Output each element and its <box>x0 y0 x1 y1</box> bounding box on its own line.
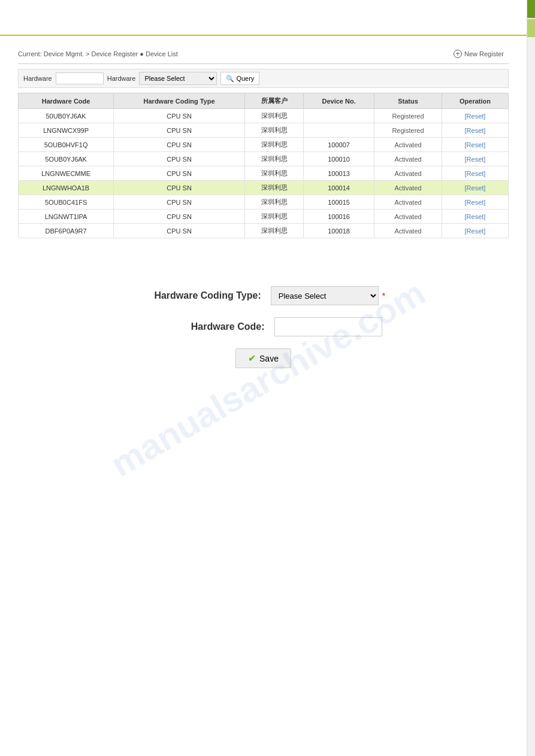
table-row: LNGNWHOA1BCPU SN深圳利思100014Activated[Rese… <box>19 181 509 195</box>
reset-link[interactable]: [Reset] <box>442 152 508 166</box>
coding-type-select[interactable]: Please Select CPU SN MAC HDD SN <box>271 286 379 305</box>
reset-link[interactable]: [Reset] <box>442 109 508 123</box>
customer-cell: 深圳利思 <box>244 224 303 238</box>
hardware-code-cell: LNGNWT1IPA <box>19 210 114 224</box>
hardware-code-row: Hardware Code: <box>145 317 382 336</box>
plus-icon: + <box>454 50 462 58</box>
customer-cell: 深圳利思 <box>244 166 303 181</box>
coding-type-cell: CPU SN <box>114 138 245 152</box>
status-cell: Registered <box>374 123 442 138</box>
device-no-cell: 100016 <box>304 210 374 224</box>
table-row: 5OUB0HVF1QCPU SN深圳利思100007Activated[Rese… <box>19 138 509 152</box>
reset-link-anchor[interactable]: [Reset] <box>465 127 486 134</box>
reset-link[interactable]: [Reset] <box>442 138 508 152</box>
required-indicator: * <box>382 291 385 300</box>
col-device-no: Device No. <box>304 93 374 109</box>
reset-link-anchor[interactable]: [Reset] <box>465 227 486 235</box>
customer-cell: 深圳利思 <box>244 195 303 210</box>
reset-link-anchor[interactable]: [Reset] <box>465 141 486 148</box>
side-nav-item-1[interactable] <box>527 0 535 18</box>
table-row: LNGNWECMMECPU SN深圳利思100013Activated[Rese… <box>19 166 509 181</box>
customer-cell: 深圳利思 <box>244 123 303 138</box>
coding-type-label: Hardware Coding Type: <box>141 290 261 301</box>
coding-type-cell: CPU SN <box>114 181 245 195</box>
device-no-cell: 100010 <box>304 152 374 166</box>
table-body: 50UB0YJ6AKCPU SN深圳利思Registered[Reset]LNG… <box>19 109 509 238</box>
hardware-code-cell: 50UB0YJ6AK <box>19 109 114 123</box>
table-row: LNGNWCX99PCPU SN深圳利思Registered[Reset] <box>19 123 509 138</box>
device-no-cell: 100015 <box>304 195 374 210</box>
status-cell: Activated <box>374 152 442 166</box>
status-cell: Activated <box>374 210 442 224</box>
status-cell: Activated <box>374 138 442 152</box>
save-button-wrapper: ✔ Save <box>235 348 291 368</box>
device-no-cell: 100018 <box>304 224 374 238</box>
hardware-code-label: Hardware Code: <box>145 321 265 332</box>
side-nav <box>527 0 535 380</box>
customer-cell: 深圳利思 <box>244 109 303 123</box>
table-header-row: Hardware Code Hardware Coding Type 所属客户 … <box>19 93 509 109</box>
reset-link-anchor[interactable]: [Reset] <box>465 156 486 163</box>
table-row: 5OUB0YJ6AKCPU SN深圳利思100010Activated[Rese… <box>19 152 509 166</box>
reset-link-anchor[interactable]: [Reset] <box>465 170 486 177</box>
coding-type-cell: CPU SN <box>114 224 245 238</box>
save-label: Save <box>259 354 279 363</box>
coding-type-select-wrapper: Please Select CPU SN MAC HDD SN * <box>271 286 385 305</box>
reset-link[interactable]: [Reset] <box>442 195 508 210</box>
reset-link[interactable]: [Reset] <box>442 181 508 195</box>
hardware-code-cell: 5OUB0C41FS <box>19 195 114 210</box>
coding-type-cell: CPU SN <box>114 166 245 181</box>
table-row: 50UB0YJ6AKCPU SN深圳利思Registered[Reset] <box>19 109 509 123</box>
breadcrumb: Current: Device Mgmt. > Device Register … <box>18 50 178 57</box>
hardware-search-label: Hardware <box>23 75 52 82</box>
table-row: 5OUB0C41FSCPU SN深圳利思100015Activated[Rese… <box>19 195 509 210</box>
reset-link-anchor[interactable]: [Reset] <box>465 184 486 192</box>
coding-type-cell: CPU SN <box>114 123 245 138</box>
reset-link[interactable]: [Reset] <box>442 123 508 138</box>
status-cell: Activated <box>374 195 442 210</box>
reset-link-anchor[interactable]: [Reset] <box>465 113 486 120</box>
hardware-code-cell: LNGNWECMME <box>19 166 114 181</box>
status-cell: Activated <box>374 181 442 195</box>
search-bar: Hardware Hardware Please Select 🔍 Query <box>18 69 509 88</box>
col-customer: 所属客户 <box>244 93 303 109</box>
coding-type-cell: CPU SN <box>114 109 245 123</box>
coding-type-row: Hardware Coding Type: Please Select CPU … <box>141 286 385 305</box>
hardware-select[interactable]: Please Select <box>139 72 217 85</box>
query-button[interactable]: 🔍 Query <box>220 72 259 85</box>
hardware-select-label: Hardware <box>107 75 136 82</box>
reset-link-anchor[interactable]: [Reset] <box>465 199 486 206</box>
reset-link-anchor[interactable]: [Reset] <box>465 213 486 220</box>
reset-link[interactable]: [Reset] <box>442 166 508 181</box>
hardware-search-input[interactable] <box>56 72 104 84</box>
device-no-cell: 100013 <box>304 166 374 181</box>
table-row: DBF6P0A9R7CPU SN深圳利思100018Activated[Rese… <box>19 224 509 238</box>
form-section: Hardware Coding Type: Please Select CPU … <box>18 286 509 368</box>
device-no-cell: 100014 <box>304 181 374 195</box>
breadcrumb-bar: Current: Device Mgmt. > Device Register … <box>18 48 509 64</box>
save-button[interactable]: ✔ Save <box>235 348 291 368</box>
status-cell: Activated <box>374 166 442 181</box>
top-bar <box>0 0 535 36</box>
customer-cell: 深圳利思 <box>244 152 303 166</box>
new-register-button[interactable]: + New Register <box>449 48 509 60</box>
reset-link[interactable]: [Reset] <box>442 210 508 224</box>
device-table: Hardware Code Hardware Coding Type 所属客户 … <box>18 93 509 238</box>
table-row: LNGNWT1IPACPU SN深圳利思100016Activated[Rese… <box>19 210 509 224</box>
col-operation: Operation <box>442 93 508 109</box>
device-no-cell <box>304 109 374 123</box>
reset-link[interactable]: [Reset] <box>442 224 508 238</box>
coding-type-cell: CPU SN <box>114 152 245 166</box>
customer-cell: 深圳利思 <box>244 210 303 224</box>
col-coding-type: Hardware Coding Type <box>114 93 245 109</box>
customer-cell: 深圳利思 <box>244 138 303 152</box>
hardware-code-input[interactable] <box>274 317 382 336</box>
col-hardware-code: Hardware Code <box>19 93 114 109</box>
query-label: Query <box>236 75 254 82</box>
hardware-code-cell: LNGNWHOA1B <box>19 181 114 195</box>
hardware-code-cell: 5OUB0YJ6AK <box>19 152 114 166</box>
col-status: Status <box>374 93 442 109</box>
main-content: Current: Device Mgmt. > Device Register … <box>0 36 527 380</box>
side-nav-item-2[interactable] <box>527 19 535 37</box>
save-icon: ✔ <box>248 353 256 364</box>
